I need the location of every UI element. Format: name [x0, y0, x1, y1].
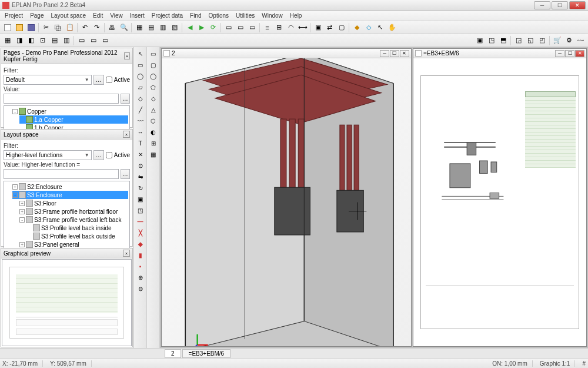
tool-nav-back[interactable]: ◀ [184, 22, 195, 33]
tool2-b[interactable]: ◨ [14, 35, 25, 46]
menu-page[interactable]: Page [27, 12, 46, 19]
vtool-c[interactable]: ▱ [135, 82, 146, 92]
close-icon[interactable]: × [123, 131, 130, 138]
vtool-dim[interactable]: ↔ [135, 127, 146, 137]
menu-view[interactable]: View [107, 12, 126, 19]
tool2-e[interactable]: ▤ [49, 35, 60, 46]
tool-grid-d[interactable]: ▧ [169, 22, 180, 33]
tree-row[interactable]: +S3:Floor [19, 199, 128, 207]
layout-filter-combo[interactable]: Higher-level functions▼ [4, 150, 92, 160]
vtool-snap-p[interactable]: ⊙ [135, 160, 146, 171]
vtool2-i[interactable]: ⊞ [148, 138, 159, 148]
tool-cut[interactable]: ✂ [41, 22, 52, 33]
tree-row[interactable]: S3:Profile level back inside [26, 224, 128, 232]
pages-value-input[interactable] [4, 94, 119, 104]
tool-misc-b[interactable]: ◇ [363, 22, 374, 33]
vtool2-d[interactable]: ⬠ [148, 82, 159, 92]
tree-row[interactable]: -S3:Frame profile vertical left back [19, 216, 128, 224]
vtool-b[interactable]: ◯ [135, 71, 146, 81]
tree-row[interactable]: +S3:Frame profile horizontal floor [19, 207, 128, 216]
tree-row[interactable]: S3:Profile level back outside [26, 232, 128, 240]
vtool2-g[interactable]: ⬡ [148, 115, 159, 126]
tree-row[interactable]: 1.a Copper [19, 115, 128, 124]
vtool2-j[interactable]: ▦ [148, 149, 159, 160]
tool-refresh[interactable]: ⟳ [208, 22, 219, 33]
tool-preview[interactable]: 🔍 [118, 22, 129, 33]
tool2-f[interactable]: ▥ [61, 35, 72, 46]
tool2-3d-a[interactable]: ▣ [474, 35, 485, 46]
layout-value-input[interactable] [4, 169, 119, 179]
vtool-poly[interactable]: 〰 [135, 115, 146, 126]
menu-project[interactable]: Project [2, 12, 26, 19]
tool2-d[interactable]: ⊡ [37, 35, 48, 46]
doc-min[interactable]: ─ [380, 50, 389, 57]
window-maximize[interactable]: ☐ [552, 1, 568, 9]
vtool-e[interactable]: ▣ [135, 194, 146, 204]
tool-pointer[interactable]: ↖ [375, 22, 386, 33]
pages-filter-browse[interactable]: … [93, 75, 104, 85]
tree-row[interactable]: +S2:Enclosure [12, 183, 128, 191]
tool2-view-c[interactable]: ◰ [536, 35, 547, 46]
doc-close[interactable]: ✕ [575, 50, 584, 57]
tool-grid-a[interactable]: ▦ [133, 22, 145, 33]
pages-tree[interactable]: -Copper1.a Copper1.b Copper1 Copper [4, 105, 130, 131]
tool2-cart[interactable]: 🛒 [552, 35, 563, 46]
vtool-k[interactable]: ⊕ [135, 272, 146, 283]
tool-paste[interactable]: 📋 [64, 22, 75, 33]
tool-dim[interactable]: ⟷ [297, 22, 308, 33]
tool-print[interactable]: 🖶 [106, 22, 118, 33]
tool2-view-b[interactable]: ◱ [524, 35, 536, 46]
tool-copy[interactable]: ⿻ [52, 22, 64, 33]
layout-filter-browse[interactable]: … [93, 150, 104, 160]
tool-misc-a[interactable]: ◆ [351, 22, 362, 33]
vtool-line[interactable]: ╱ [135, 104, 146, 115]
menu-project-data[interactable]: Project data [149, 12, 186, 19]
tool-box[interactable]: ▢ [336, 22, 347, 33]
doc-tab-2[interactable]: =EB3+EBM/6 [182, 349, 231, 358]
doc-max[interactable]: ☐ [565, 50, 574, 57]
tool2-i[interactable]: ▭ [99, 35, 111, 46]
vtool-a[interactable]: ▭ [135, 59, 146, 70]
layout-value-browse[interactable]: … [121, 169, 131, 179]
menu-help[interactable]: Help [287, 12, 305, 19]
doc-max[interactable]: ☐ [390, 50, 399, 57]
menu-utilities[interactable]: Utilities [233, 12, 258, 19]
tool-nav-fwd[interactable]: ▶ [196, 22, 207, 33]
tool-undo[interactable]: ↶ [79, 22, 91, 33]
tool2-3d-c[interactable]: ⬒ [497, 35, 509, 46]
vtool2-e[interactable]: ◇ [148, 93, 159, 104]
close-icon[interactable]: × [124, 52, 130, 59]
tool2-route[interactable]: 〰 [575, 35, 586, 46]
vtool-text[interactable]: T [135, 138, 146, 148]
tree-row[interactable]: +S3:Panel general [19, 240, 128, 248]
tool2-g[interactable]: ▭ [76, 35, 87, 46]
vtool2-h[interactable]: ◐ [148, 127, 159, 137]
tool-grid-c[interactable]: ▥ [157, 22, 168, 33]
tool2-view-a[interactable]: ◲ [513, 35, 524, 46]
vtool-f[interactable]: ◳ [135, 205, 146, 216]
tree-row[interactable]: -S3:Enclosure [12, 191, 128, 199]
vtool-select[interactable]: ↖ [135, 48, 146, 59]
tool-redo[interactable]: ↷ [91, 22, 102, 33]
vtool-del[interactable]: — [135, 216, 146, 227]
doc-tab-1[interactable]: 2 [165, 349, 181, 358]
tool-layout-b[interactable]: ▭ [235, 22, 246, 33]
window-close[interactable]: ✕ [569, 1, 586, 9]
pages-active-check[interactable]: Active [106, 77, 130, 83]
vtool-l[interactable]: ⊖ [135, 283, 146, 294]
menu-layout-space[interactable]: Layout space [48, 12, 89, 19]
tool-save[interactable] [25, 22, 36, 33]
vtool-rotate[interactable]: ↻ [135, 183, 146, 193]
vtool-g[interactable]: ╳ [135, 227, 146, 238]
tool2-part[interactable]: ⚙ [563, 35, 574, 46]
tool-grid-b[interactable]: ▤ [145, 22, 156, 33]
menu-find[interactable]: Find [187, 12, 204, 19]
menu-options[interactable]: Options [206, 12, 232, 19]
menu-edit[interactable]: Edit [90, 12, 106, 19]
tool-parts[interactable]: ▣ [312, 22, 323, 33]
vtool-j[interactable]: ▪ [135, 261, 146, 271]
vtool2-b[interactable]: ▢ [148, 59, 159, 70]
tool-layers[interactable]: ≡ [262, 22, 273, 33]
tool-hand[interactable]: ✋ [386, 22, 397, 33]
tool2-h[interactable]: ▭ [88, 35, 99, 46]
